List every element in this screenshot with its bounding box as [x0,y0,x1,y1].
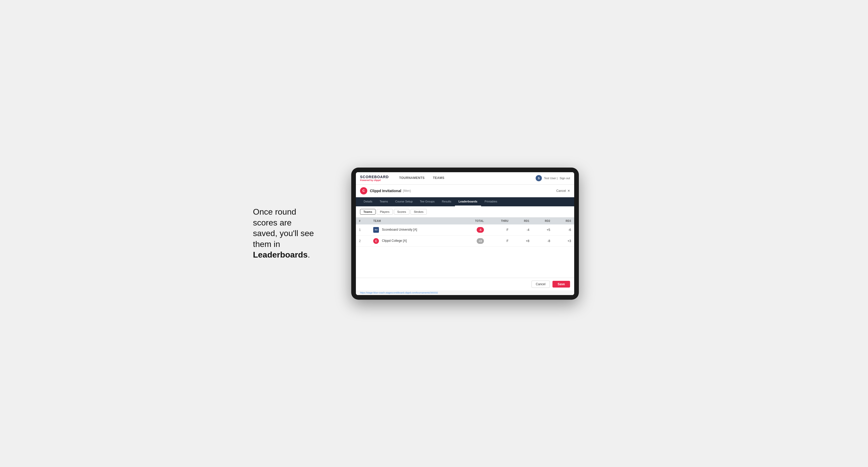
user-name: Test User | [544,177,557,180]
filter-bar: Teams Players Scores Strokes [356,206,574,217]
logo-area: SCOREBOARD Powered by clippd [360,175,389,182]
cancel-button[interactable]: Cancel [531,281,550,288]
close-icon: ✕ [567,189,570,193]
desc-line5-end: . [308,250,310,259]
url-bar: https://stage-blue-coach.stagescorebboar… [356,290,574,295]
filter-teams[interactable]: Teams [360,209,376,215]
row2-rd1: +8 [512,235,532,246]
nav-right: S Test User | Sign out [536,175,570,181]
desc-line4: them in [253,240,280,249]
row1-thru: F [487,224,512,236]
row2-rank: 2 [356,235,370,246]
logo-sub-brand: clippd [374,179,381,182]
row1-rank: 1 [356,224,370,236]
filter-strokes[interactable]: Strokes [410,209,427,215]
row1-rd1: -4 [512,224,532,236]
row2-total-badge: +3 [477,238,484,244]
tournament-header: C Clippd Invitational (Men) Cancel ✕ [356,185,574,197]
row1-total-badge: -5 [477,227,484,233]
top-nav: SCOREBOARD Powered by clippd TOURNAMENTS… [356,172,574,185]
description-text: Once round scores are saved, you'll see … [253,207,336,260]
logo-sub: Powered by clippd [360,179,389,182]
nav-teams[interactable]: TEAMS [429,172,449,184]
col-rank: # [356,217,370,224]
col-rd3: RD3 [553,217,574,224]
desc-line1: Once round [253,207,296,216]
desc-line3: saved, you'll see [253,228,314,238]
row1-rd2: +5 [532,224,554,236]
tab-results[interactable]: Results [438,197,455,206]
row1-team-logo: SU [373,227,379,233]
sign-out-link[interactable]: Sign out [560,177,570,180]
sub-nav: Details Teams Course Setup Tee Groups Re… [356,197,574,206]
tablet-device: SCOREBOARD Powered by clippd TOURNAMENTS… [351,167,579,300]
col-team: TEAM [370,217,460,224]
tournament-logo: C [360,187,367,194]
save-button[interactable]: Save [553,281,570,287]
tab-teams[interactable]: Teams [376,197,392,206]
row2-total: +3 [460,235,487,246]
row2-team: C Clippd College [A] [370,235,460,246]
row1-team: SU Scoreboard University [A] [370,224,460,236]
col-total: TOTAL [460,217,487,224]
nav-tournaments[interactable]: TOURNAMENTS [395,172,429,184]
row1-total: -5 [460,224,487,236]
tab-details[interactable]: Details [360,197,376,206]
nav-links: TOURNAMENTS TEAMS [395,172,448,184]
row2-rd2: -8 [532,235,554,246]
tournament-cancel-button[interactable]: Cancel ✕ [556,189,570,193]
row1-team-name: Scoreboard University [A] [382,228,417,231]
tab-tee-groups[interactable]: Tee Groups [416,197,438,206]
tournament-name: Clippd Invitational [370,189,401,193]
content-spacer [356,247,574,278]
row2-rd3: +3 [553,235,574,246]
table-row: 1 SU Scoreboard University [A] -5 F -4 +… [356,224,574,236]
col-thru: THRU [487,217,512,224]
row2-thru: F [487,235,512,246]
tablet-screen: SCOREBOARD Powered by clippd TOURNAMENTS… [356,172,574,295]
url-text: https://stage-blue-coach.stagescorebboar… [360,291,438,294]
user-avatar: S [536,175,542,181]
desc-line5-bold: Leaderboards [253,250,308,259]
tab-leaderboards[interactable]: Leaderboards [455,197,481,206]
footer: Cancel Save [356,278,574,290]
tab-course-setup[interactable]: Course Setup [392,197,416,206]
cancel-label: Cancel [556,189,566,193]
row2-team-name: Clippd College [A] [382,239,407,243]
tab-printables[interactable]: Printables [481,197,501,206]
col-rd2: RD2 [532,217,554,224]
leaderboard-table: # TEAM TOTAL THRU RD1 RD2 RD3 1 [356,217,574,247]
logo-title: SCOREBOARD [360,175,389,179]
filter-players[interactable]: Players [377,209,393,215]
tournament-gender: (Men) [403,189,411,193]
filter-scores[interactable]: Scores [394,209,409,215]
col-rd1: RD1 [512,217,532,224]
desc-line2: scores are [253,218,291,227]
logo-sub-prefix: Powered by [360,179,374,182]
row2-team-logo: C [373,238,379,244]
table-row: 2 C Clippd College [A] +3 F +8 -8 +3 [356,235,574,246]
row1-rd3: -6 [553,224,574,236]
